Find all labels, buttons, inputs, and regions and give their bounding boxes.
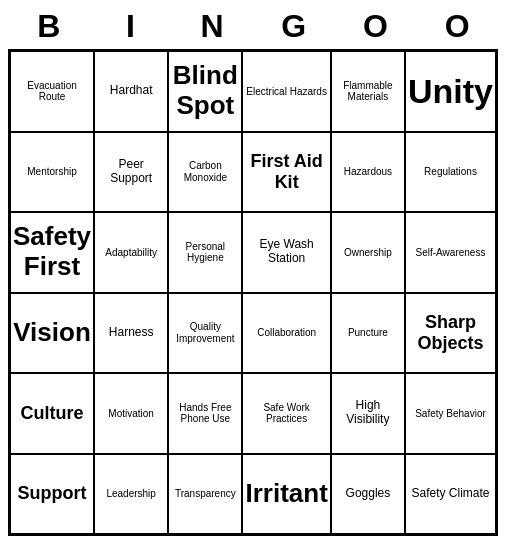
header-o2: O [416,8,498,45]
bingo-cell-9[interactable]: First Aid Kit [242,132,330,213]
header-b: B [8,8,90,45]
bingo-cell-7[interactable]: Peer Support [94,132,168,213]
header-g: G [253,8,335,45]
bingo-cell-13[interactable]: Adaptability [94,212,168,293]
header-i: I [90,8,172,45]
bingo-cell-1[interactable]: Hardhat [94,51,168,132]
bingo-cell-33[interactable]: Irritant [242,454,330,535]
bingo-cell-22[interactable]: Puncture [331,293,405,374]
bingo-cell-28[interactable]: High Visibility [331,373,405,454]
bingo-cell-19[interactable]: Harness [94,293,168,374]
bingo-cell-12[interactable]: Safety First [10,212,94,293]
bingo-cell-3[interactable]: Electrical Hazards [242,51,330,132]
bingo-cell-26[interactable]: Hands Free Phone Use [168,373,242,454]
bingo-cell-25[interactable]: Motivation [94,373,168,454]
bingo-cell-35[interactable]: Safety Climate [405,454,496,535]
bingo-cell-31[interactable]: Leadership [94,454,168,535]
bingo-cell-30[interactable]: Support [10,454,94,535]
header-o1: O [335,8,417,45]
bingo-cell-24[interactable]: Culture [10,373,94,454]
bingo-cell-2[interactable]: Blind Spot [168,51,242,132]
bingo-cell-5[interactable]: Unity [405,51,496,132]
bingo-grid: Evacuation RouteHardhatBlind SpotElectri… [8,49,498,536]
bingo-cell-32[interactable]: Transparency [168,454,242,535]
bingo-cell-0[interactable]: Evacuation Route [10,51,94,132]
bingo-cell-34[interactable]: Goggles [331,454,405,535]
bingo-cell-6[interactable]: Mentorship [10,132,94,213]
bingo-cell-17[interactable]: Self-Awareness [405,212,496,293]
bingo-cell-15[interactable]: Eye Wash Station [242,212,330,293]
bingo-cell-4[interactable]: Flammable Materials [331,51,405,132]
bingo-cell-8[interactable]: Carbon Monoxide [168,132,242,213]
bingo-cell-16[interactable]: Ownership [331,212,405,293]
bingo-cell-11[interactable]: Regulations [405,132,496,213]
bingo-cell-27[interactable]: Safe Work Practices [242,373,330,454]
bingo-cell-14[interactable]: Personal Hygiene [168,212,242,293]
header-n: N [171,8,253,45]
bingo-cell-20[interactable]: Quality Improvement [168,293,242,374]
bingo-cell-29[interactable]: Safety Behavior [405,373,496,454]
bingo-cell-18[interactable]: Vision [10,293,94,374]
bingo-cell-23[interactable]: Sharp Objects [405,293,496,374]
bingo-cell-10[interactable]: Hazardous [331,132,405,213]
bingo-header: B I N G O O [8,8,498,45]
bingo-cell-21[interactable]: Collaboration [242,293,330,374]
